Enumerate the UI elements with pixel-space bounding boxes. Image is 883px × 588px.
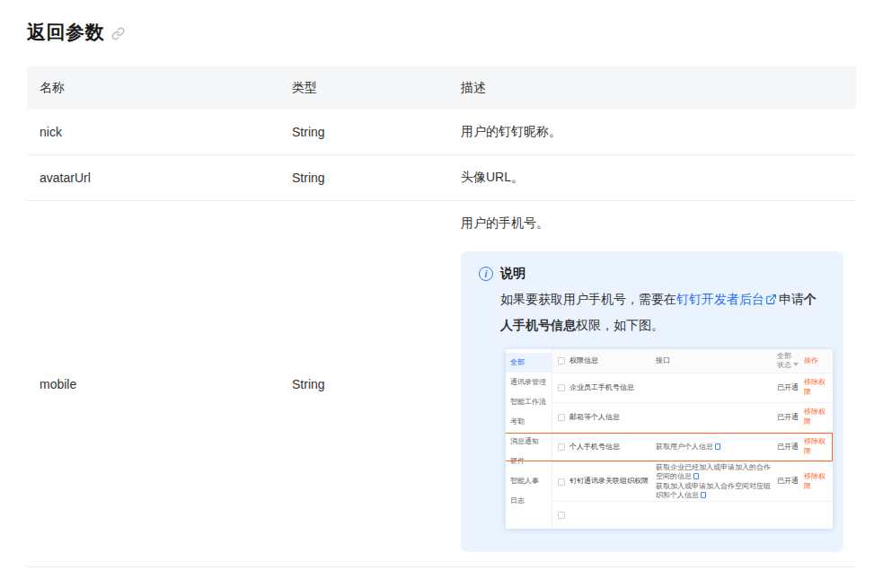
- section-heading: 返回参数: [27, 20, 856, 45]
- screenshot-sidebar-item: 智能人事: [506, 471, 552, 491]
- api-line: 获取企业已经加入或申请加入的合作空间的信息: [656, 463, 773, 482]
- param-desc-cell: 用户的手机号。 i 说明 如果要获取用户手机号，需要在钉钉开发者后台申请个人手机…: [448, 201, 856, 567]
- remove-permission-action: 移除权限: [804, 408, 829, 426]
- doc-page: 返回参数 名称 类型 描述 nick String 用户的钉钉昵称。 avata: [0, 0, 883, 567]
- screenshot-sidebar: 全部 通讯录管理 智能工作流 考勤 消息通知 硬件 智能人事 日志: [506, 349, 552, 529]
- screenshot-col-api: 接口: [656, 356, 777, 365]
- api-line: 获取用户个人信息: [656, 443, 773, 452]
- permission-name: 企业员工手机号信息: [570, 383, 656, 392]
- permission-name: 邮箱等个人信息: [570, 413, 656, 422]
- screenshot-table-row: 企业员工手机号信息 已开通 移除权限: [552, 373, 833, 403]
- checkbox-icon: [558, 384, 565, 391]
- checkbox-icon: [558, 414, 565, 421]
- checkbox-icon: [558, 443, 565, 451]
- col-header-type: 类型: [279, 66, 448, 110]
- screenshot-sidebar-item: 全部: [506, 353, 552, 373]
- screenshot-col-status: 全部 状态: [777, 352, 804, 371]
- info-icon: i: [479, 267, 493, 281]
- checkbox-icon: [558, 478, 565, 486]
- checkbox-icon: [558, 512, 565, 519]
- param-desc: 头像URL。: [448, 155, 856, 201]
- screenshot-sidebar-item: 消息通知: [506, 432, 552, 452]
- col-header-name: 名称: [27, 66, 279, 110]
- note-text-segment: 权限，如下图。: [576, 318, 664, 332]
- page-title: 返回参数: [27, 20, 104, 45]
- param-type: String: [279, 201, 448, 567]
- param-name: nick: [27, 110, 279, 155]
- screenshot-permission-table: 权限信息 接口 全部 状态 操作: [552, 349, 833, 529]
- return-params-table: 名称 类型 描述 nick String 用户的钉钉昵称。 avatarUrl …: [27, 66, 856, 567]
- table-row: nick String 用户的钉钉昵称。: [27, 110, 856, 155]
- note-text: 如果要获取用户手机号，需要在钉钉开发者后台申请个人手机号信息权限，如下图。: [500, 287, 826, 337]
- screenshot-table-header: 权限信息 接口 全部 状态 操作: [552, 349, 833, 373]
- table-row-mobile: mobile String 用户的手机号。 i 说明 如果要获取用户手机号，需要…: [27, 201, 856, 567]
- permission-name: 个人手机号信息: [570, 443, 656, 452]
- param-type: String: [279, 110, 448, 155]
- screenshot-table-row: 钉钉通讯录关联组织权限 获取企业已经加入或申请加入的合作空间的信息 获取加入或申…: [552, 462, 833, 502]
- link-label: 钉钉开发者后台: [676, 292, 764, 306]
- doc-icon: [693, 473, 699, 479]
- permission-status: 已开通: [777, 413, 804, 422]
- status-header-line: 全部: [777, 352, 791, 360]
- note-header: i 说明: [479, 266, 826, 282]
- screenshot-table-row: 邮箱等个人信息 已开通 移除权限: [552, 403, 833, 433]
- param-type: String: [279, 155, 448, 201]
- filter-icon: [793, 363, 799, 366]
- note-box: i 说明 如果要获取用户手机号，需要在钉钉开发者后台申请个人手机号信息权限，如下…: [461, 251, 843, 552]
- checkbox-icon: [558, 357, 565, 364]
- table-row: avatarUrl String 头像URL。: [27, 155, 856, 201]
- api-label: 获取用户个人信息: [656, 443, 713, 451]
- doc-icon: [715, 443, 720, 450]
- screenshot-col-action: 操作: [804, 356, 829, 365]
- remove-permission-action: 移除权限: [804, 472, 829, 491]
- screenshot-col-permission: 权限信息: [570, 356, 656, 365]
- status-header-line: 状态: [777, 361, 791, 369]
- remove-permission-action: 移除权限: [804, 378, 829, 397]
- screenshot-sidebar-item: 通讯录管理: [506, 373, 552, 392]
- screenshot-table-row-highlighted: 个人手机号信息 获取用户个人信息 已开通 移除权限: [552, 433, 833, 462]
- col-header-desc: 描述: [448, 66, 856, 110]
- screenshot-sidebar-item: 考勤: [506, 412, 552, 432]
- param-name: avatarUrl: [27, 155, 279, 201]
- params-header-row: 名称 类型 描述: [27, 66, 856, 110]
- doc-icon: [701, 492, 706, 498]
- api-label: 获取企业已经加入或申请加入的合作空间的信息: [656, 463, 771, 480]
- remove-permission-action: 移除权限: [804, 437, 829, 456]
- screenshot-table-row-clipped: [552, 502, 833, 529]
- api-line: 获取加入或申请加入合作空间对应组织和个人信息: [656, 482, 773, 501]
- screenshot-sidebar-item: 智能工作流: [506, 392, 552, 412]
- permission-name: 钉钉通讯录关联组织权限: [570, 477, 656, 486]
- permission-status: 已开通: [777, 477, 804, 486]
- embedded-screenshot: 全部 通讯录管理 智能工作流 考勤 消息通知 硬件 智能人事 日志: [506, 349, 833, 529]
- screenshot-sidebar-item: 硬件: [506, 452, 552, 471]
- anchor-link-icon[interactable]: [111, 27, 125, 40]
- permission-api: 获取用户个人信息: [656, 443, 777, 452]
- screenshot-sidebar-item: 日志: [506, 491, 552, 511]
- note-title: 说明: [500, 266, 525, 282]
- permission-status: 已开通: [777, 443, 804, 452]
- api-label: 获取加入或申请加入合作空间对应组织和个人信息: [656, 482, 771, 499]
- note-text-segment: 如果要获取用户手机号，需要在: [500, 292, 676, 306]
- param-name: mobile: [27, 201, 279, 567]
- developer-console-link[interactable]: 钉钉开发者后台: [676, 292, 779, 306]
- external-link-icon: [765, 294, 777, 308]
- note-text-segment: 申请: [779, 292, 804, 306]
- permission-status: 已开通: [777, 383, 804, 392]
- param-desc: 用户的钉钉昵称。: [448, 110, 856, 155]
- param-desc: 用户的手机号。: [461, 215, 843, 232]
- permission-api: 获取企业已经加入或申请加入的合作空间的信息 获取加入或申请加入合作空间对应组织和…: [656, 463, 777, 501]
